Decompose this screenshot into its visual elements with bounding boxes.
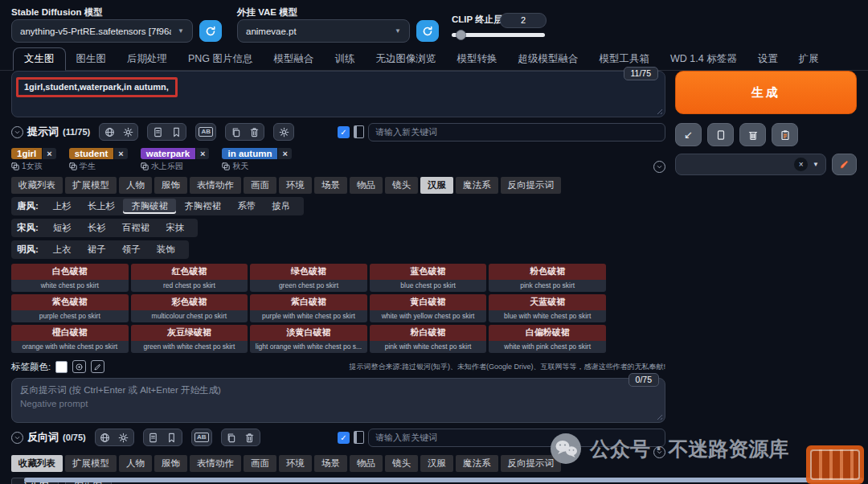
category-scene[interactable]: 场景 xyxy=(314,177,347,194)
new-keyword-input[interactable] xyxy=(368,123,665,142)
style-apply-button[interactable] xyxy=(772,123,798,146)
hanfu-item[interactable]: 百褶裙 xyxy=(114,220,158,236)
category-character[interactable]: 人物 xyxy=(119,177,152,194)
clear-icon[interactable]: × xyxy=(794,158,808,171)
category-favorites[interactable]: 收藏列表 xyxy=(11,177,63,194)
tag-text[interactable]: 1girl xyxy=(11,148,42,159)
skirt-cell[interactable]: 淡黄白破裙light orange with white chest po s.… xyxy=(250,325,367,353)
category-object[interactable]: 物品 xyxy=(350,177,383,194)
horizontal-scrollbar[interactable] xyxy=(24,478,863,482)
vae-select[interactable]: animevae.pt ▼ xyxy=(237,19,410,43)
resize-handle[interactable] xyxy=(655,412,662,420)
target-icon[interactable] xyxy=(72,360,86,373)
category-picture[interactable]: 画面 xyxy=(244,455,276,472)
tab-model-convert[interactable]: 模型转换 xyxy=(447,48,508,70)
tab-super-merger[interactable]: 超级模型融合 xyxy=(508,48,589,70)
category-environment[interactable]: 环境 xyxy=(279,177,312,194)
hanfu-item[interactable]: 长上杉 xyxy=(80,199,124,214)
color-swatch[interactable] xyxy=(55,361,68,373)
skirt-cell[interactable]: 黄白破裙white with yellow chest po skirt xyxy=(370,294,487,322)
hanfu-item[interactable]: 系带 xyxy=(229,199,264,214)
refresh-model-button[interactable] xyxy=(199,20,222,42)
skirt-cell[interactable]: 白偏粉破裙white with pink chest po skirt xyxy=(489,325,606,353)
category-hanfu[interactable]: 汉服 xyxy=(420,455,453,472)
blank-page-button[interactable] xyxy=(707,123,734,146)
tab-extensions[interactable]: 扩展 xyxy=(788,48,829,70)
read-params-button[interactable]: ↙ xyxy=(675,123,702,146)
gear-icon[interactable] xyxy=(276,125,291,138)
tag-text[interactable]: student xyxy=(69,148,114,159)
ab-translate-icon[interactable]: AB xyxy=(194,431,209,444)
category-clothing[interactable]: 服饰 xyxy=(154,177,187,194)
document-icon[interactable] xyxy=(150,125,165,138)
paint-brush-icon[interactable] xyxy=(91,360,104,373)
hanfu-item[interactable]: 齐胸褶裙 xyxy=(176,199,229,214)
tag-pill[interactable]: student × xyxy=(69,148,128,159)
close-icon[interactable]: × xyxy=(42,148,55,159)
collapse-chevron-icon[interactable] xyxy=(11,126,23,138)
tab-extras[interactable]: 后期处理 xyxy=(117,48,178,70)
gear-icon[interactable] xyxy=(121,125,135,138)
skirt-cell[interactable]: 粉白破裙pink with white chest po skirt xyxy=(370,325,487,353)
category-clothing[interactable]: 服饰 xyxy=(154,455,187,472)
hanfu-item[interactable]: 披帛 xyxy=(264,199,298,214)
tab-checkpoint-merger[interactable]: 模型融合 xyxy=(264,48,325,70)
ab-translate-icon[interactable]: AB xyxy=(199,125,213,138)
tag-pill[interactable]: in autumn × xyxy=(222,148,291,159)
category-expression[interactable]: 表情动作 xyxy=(190,455,241,472)
tab-txt2img[interactable]: 文生图 xyxy=(13,47,66,71)
hanfu-item[interactable]: 裙子 xyxy=(80,242,114,257)
edit-styles-button[interactable] xyxy=(832,154,857,175)
skirt-cell[interactable]: 天蓝破裙blue with white chest po skirt xyxy=(489,294,606,322)
category-camera[interactable]: 镜头 xyxy=(385,177,418,194)
tag-pill[interactable]: 1girl × xyxy=(11,148,56,159)
category-extra-models[interactable]: 扩展模型 xyxy=(65,177,117,194)
notebook-icon[interactable] xyxy=(354,431,364,444)
generate-button[interactable]: 生成 xyxy=(675,71,857,114)
category-magic[interactable]: 魔法系 xyxy=(456,455,498,472)
close-icon[interactable]: × xyxy=(195,148,209,159)
clip-skip-slider-handle[interactable] xyxy=(456,30,466,40)
category-picture[interactable]: 画面 xyxy=(244,177,276,194)
category-hanfu[interactable]: 汉服 xyxy=(420,177,453,194)
refresh-vae-button[interactable] xyxy=(416,20,439,42)
category-negative[interactable]: 反向提示词 xyxy=(501,177,562,194)
hanfu-item[interactable]: 领子 xyxy=(114,242,149,257)
trash-icon[interactable] xyxy=(243,431,257,444)
category-character[interactable]: 人物 xyxy=(119,455,152,472)
keyword-checkbox[interactable]: ✓ xyxy=(338,432,350,444)
skirt-cell[interactable]: 彩色破裙multicolour chest po skirt xyxy=(131,294,248,322)
tab-train[interactable]: 训练 xyxy=(325,48,366,70)
bookmark-icon[interactable] xyxy=(169,125,183,138)
tab-settings[interactable]: 设置 xyxy=(747,48,788,70)
collapse-chevron-icon[interactable] xyxy=(11,432,23,444)
hanfu-item[interactable]: 长衫 xyxy=(80,220,114,236)
prompt-textarea[interactable]: 11/75 1girl,student,waterpark,in autumn, xyxy=(11,71,665,117)
category-environment[interactable]: 环境 xyxy=(279,455,312,472)
document-icon[interactable] xyxy=(146,431,161,444)
skirt-cell[interactable]: 红色破裙red chest po skirt xyxy=(131,264,248,292)
skirt-cell[interactable]: 粉色破裙pink chest po skirt xyxy=(489,264,606,292)
tab-png-info[interactable]: PNG 图片信息 xyxy=(178,48,264,70)
negative-prompt-textarea[interactable]: 反向提示词 (按 Ctrl+Enter 或 Alt+Enter 开始生成) Ne… xyxy=(11,378,665,423)
skirt-cell[interactable]: 白色破裙white chest po skirt xyxy=(11,264,129,292)
category-expression[interactable]: 表情动作 xyxy=(190,177,241,194)
notebook-icon[interactable] xyxy=(354,125,364,138)
skirt-cell[interactable]: 紫白破裙purple with white chest po skirt xyxy=(250,294,367,322)
category-scene[interactable]: 场景 xyxy=(314,455,347,472)
hanfu-item[interactable]: 装饰 xyxy=(149,242,183,257)
tab-infinite-browser[interactable]: 无边图像浏览 xyxy=(366,48,447,70)
hanfu-item[interactable]: 宋抹 xyxy=(158,220,192,236)
category-favorites[interactable]: 收藏列表 xyxy=(11,455,63,472)
skirt-cell[interactable]: 蓝色破裙blue chest po skirt xyxy=(370,264,487,292)
globe-icon[interactable] xyxy=(102,125,117,138)
skirt-cell[interactable]: 紫色破裙purple chest po skirt xyxy=(11,294,129,322)
hanfu-item[interactable]: 上杉 xyxy=(45,199,80,214)
keyword-checkbox[interactable]: ✓ xyxy=(338,126,350,138)
tag-text[interactable]: in autumn xyxy=(222,148,277,159)
globe-icon[interactable] xyxy=(98,431,113,444)
category-object[interactable]: 物品 xyxy=(350,455,383,472)
hanfu-item[interactable]: 上衣 xyxy=(45,242,80,257)
tab-wd14-tagger[interactable]: WD 1.4 标签器 xyxy=(660,48,747,70)
skirt-cell[interactable]: 灰豆绿破裙green with white chest po skirt xyxy=(131,325,248,353)
